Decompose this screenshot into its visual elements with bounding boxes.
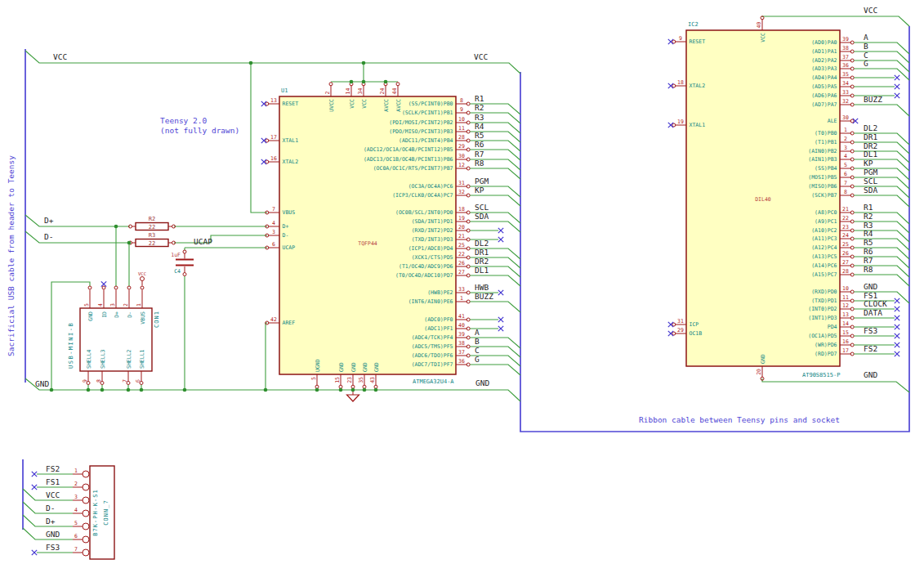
pin-end	[466, 139, 470, 142]
junction-dot	[127, 241, 132, 245]
junction-dot	[249, 61, 253, 65]
pin-number: 11	[842, 294, 849, 301]
pin-name: (AIN0)PB2	[808, 148, 837, 154]
pin-number: 8	[844, 189, 847, 195]
junction-dot	[339, 388, 343, 392]
component-reference: R3	[149, 232, 155, 239]
net-label: PGM	[864, 168, 877, 177]
pin-number: 39	[458, 331, 465, 338]
wire	[854, 43, 909, 54]
pin-number: 1	[136, 303, 142, 307]
pin-name: (AD5)PA5	[811, 83, 837, 90]
pin-number: 40	[458, 322, 465, 329]
net-label: FS1	[46, 477, 60, 486]
net-label: R4	[475, 122, 484, 131]
pin-name: UVCC	[328, 99, 335, 112]
pin-number: 6	[74, 533, 78, 539]
pin-end	[466, 300, 470, 303]
component-reference: CON1	[154, 311, 160, 328]
net-label: UCAP	[194, 237, 212, 246]
junction-dot	[127, 388, 131, 392]
schematic-canvas[interactable]: U1TQFP44ATMEGA32U4-A13RESET17XTAL116XTAL…	[0, 0, 924, 564]
pin-name: (T0)PB0	[815, 130, 837, 137]
junction-dot	[100, 388, 105, 392]
net-label: R4	[864, 229, 873, 238]
pin-name: (T0/OC4D/ADC10)PD7	[395, 272, 453, 279]
pin-name: (A11)PC3	[811, 235, 837, 242]
pin-name: SHELL4	[86, 349, 92, 369]
wire	[854, 142, 909, 154]
pin-number: 31	[677, 318, 684, 325]
pin-number: 10	[458, 116, 465, 123]
pin-name: D-	[283, 232, 289, 239]
pin-end	[466, 291, 470, 294]
pin-name: D-	[127, 311, 133, 318]
pin-number: 44	[391, 88, 398, 95]
pin-end	[466, 238, 470, 241]
pin-end	[183, 250, 186, 253]
pin-number: 15	[842, 329, 849, 336]
pin-end	[83, 549, 89, 556]
junction-dot	[140, 388, 144, 392]
pin-number: 20	[458, 224, 465, 231]
net-label: KP	[475, 186, 484, 195]
pin-name: (AD6)PA6	[811, 92, 837, 99]
pin-end	[466, 345, 470, 348]
junction-dot	[183, 388, 187, 392]
pin-number: 33	[458, 286, 465, 293]
net-label: G	[475, 355, 480, 364]
pin-name: (ADC7/TDI)PF7	[412, 361, 453, 368]
pin-number: 1	[460, 295, 463, 302]
pin-number: 32	[458, 189, 465, 195]
pin-end	[850, 141, 854, 144]
junction-dot	[362, 80, 366, 84]
pin-name: (ADC5/TMS)PF5	[412, 343, 453, 350]
pin-number: 22	[458, 251, 465, 257]
pin-name: (AIN1)PB3	[808, 156, 837, 163]
pin-name: VBUS	[140, 311, 146, 325]
pin-name: (PDI/MOSI/PCINT2)PB2	[389, 119, 453, 126]
pin-end	[466, 274, 470, 277]
pin-name: (A8)PC0	[815, 209, 837, 216]
pin-number: 15	[334, 377, 341, 383]
pin-end	[850, 255, 854, 258]
pin-name: ICP	[690, 321, 699, 328]
pin-number: 5	[74, 520, 78, 526]
pin-number: 38	[458, 340, 465, 347]
pin-number: 7	[272, 206, 275, 213]
pin-number: 28	[458, 134, 465, 141]
pin-end	[183, 273, 186, 276]
pin-number: 5	[310, 377, 317, 380]
pin-end	[850, 167, 854, 170]
pin-name: (ICP1/ADC8)PD4	[408, 245, 453, 252]
net-label: R6	[864, 247, 873, 256]
pin-number: 3	[74, 494, 78, 500]
pin-number: 35	[842, 71, 849, 78]
pin-number: 2	[844, 136, 847, 142]
schematic-drawing: U1TQFP44ATMEGA32U4-A13RESET17XTAL116XTAL…	[23, 6, 909, 559]
pin-number: 24	[379, 88, 386, 95]
pin-number: 18	[677, 79, 684, 86]
pin-name: GND	[373, 362, 380, 372]
wire	[470, 365, 520, 375]
pin-number: 29	[677, 327, 684, 333]
pin-name: (TXD)PD1	[811, 298, 837, 304]
power-label: GND	[35, 379, 49, 388]
pin-end	[83, 484, 89, 490]
junction-dot	[114, 225, 118, 229]
pin-number: 4	[272, 220, 275, 226]
pin-number: 13	[842, 311, 849, 318]
pin-name: (WR)PD6	[815, 342, 837, 348]
pin-end	[88, 286, 92, 289]
pin-number: 26	[842, 250, 849, 257]
power-label: GND	[475, 378, 489, 387]
pin-number: 9	[679, 35, 682, 42]
pin-end	[850, 176, 854, 179]
component-value: ATMEGA32U4-A	[413, 378, 454, 385]
pin-number: 20	[756, 369, 762, 375]
pin-end	[850, 211, 854, 214]
pin-number: 24	[842, 232, 849, 239]
net-label: R8	[864, 265, 873, 274]
net-label: DR2	[475, 257, 489, 266]
wire	[854, 275, 909, 286]
